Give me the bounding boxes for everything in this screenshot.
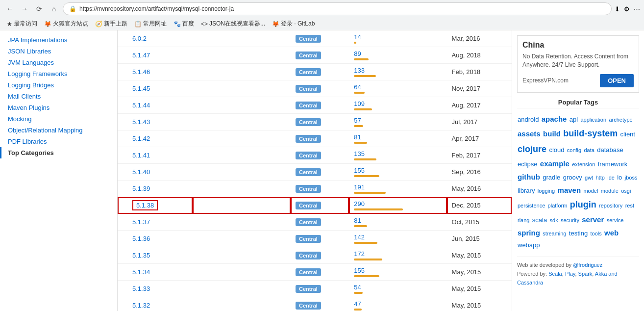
tag-api[interactable]: api bbox=[570, 116, 578, 123]
tag-example[interactable]: example bbox=[540, 159, 570, 168]
tag-osgi[interactable]: osgi bbox=[621, 188, 631, 194]
usages-link[interactable]: 172 bbox=[354, 250, 442, 258]
tag-logging[interactable]: logging bbox=[538, 188, 555, 194]
vpn-open-button[interactable]: OPEN bbox=[600, 74, 634, 87]
tag-http[interactable]: http bbox=[596, 175, 605, 181]
version-link[interactable]: 5.1.35 bbox=[132, 252, 150, 259]
version-link[interactable]: 5.1.38 bbox=[136, 202, 154, 209]
tag-extension[interactable]: extension bbox=[572, 161, 595, 167]
version-link[interactable]: 6.0.2 bbox=[132, 35, 147, 42]
tag-web[interactable]: web bbox=[604, 229, 619, 237]
sidebar-item-mail[interactable]: Mail Clients bbox=[0, 91, 117, 102]
back-button[interactable]: ← bbox=[4, 3, 16, 15]
tag-platform[interactable]: platform bbox=[548, 203, 568, 208]
version-link[interactable]: 5.1.32 bbox=[132, 302, 150, 309]
version-link[interactable]: 5.1.45 bbox=[132, 85, 150, 92]
version-link[interactable]: 5.1.42 bbox=[132, 135, 150, 142]
sidebar-item-maven[interactable]: Maven Plugins bbox=[0, 102, 117, 113]
tag-io[interactable]: io bbox=[617, 174, 622, 181]
tag-framework[interactable]: framework bbox=[598, 160, 628, 168]
tag-archetype[interactable]: archetype bbox=[609, 117, 632, 123]
tag-server[interactable]: server bbox=[582, 215, 604, 224]
tag-groovy[interactable]: groovy bbox=[563, 174, 582, 181]
address-bar[interactable]: 🔒 https://mvnrepository.com/artifact/mys… bbox=[63, 2, 612, 15]
sidebar-item-jpa[interactable]: JPA Implementations bbox=[0, 34, 117, 46]
usages-link[interactable]: 142 bbox=[354, 233, 442, 241]
tag-application[interactable]: application bbox=[580, 117, 606, 123]
usages-link[interactable]: 191 bbox=[354, 183, 442, 191]
version-link[interactable]: 5.1.44 bbox=[132, 102, 150, 109]
usages-link[interactable]: 109 bbox=[354, 100, 442, 107]
usages-link[interactable]: 135 bbox=[354, 150, 442, 157]
tag-github[interactable]: github bbox=[518, 173, 540, 181]
tag-module[interactable]: module bbox=[601, 188, 619, 194]
usages-link[interactable]: 64 bbox=[354, 83, 442, 91]
usages-link[interactable]: 54 bbox=[354, 284, 442, 291]
cassandra-link[interactable]: Cassandra bbox=[517, 280, 543, 285]
tag-build[interactable]: build bbox=[543, 130, 561, 138]
tag-assets[interactable]: assets bbox=[518, 130, 541, 138]
tag-gradle[interactable]: gradle bbox=[543, 174, 560, 181]
tag-apache[interactable]: apache bbox=[542, 115, 567, 123]
tag-eclipse[interactable]: eclipse bbox=[518, 160, 537, 168]
version-link[interactable]: 5.1.37 bbox=[132, 218, 150, 226]
version-link[interactable]: 5.1.43 bbox=[132, 118, 150, 126]
version-link[interactable]: 5.1.41 bbox=[132, 152, 150, 159]
home-button[interactable]: ⌂ bbox=[48, 3, 60, 15]
sidebar-item-jvm[interactable]: JVM Languages bbox=[0, 57, 117, 68]
tag-config[interactable]: config bbox=[567, 147, 581, 153]
footer-dev-link[interactable]: @frodriguez bbox=[573, 262, 602, 268]
usages-link[interactable]: 155 bbox=[354, 267, 442, 274]
reload-button[interactable]: ⟳ bbox=[33, 3, 45, 15]
tag-repository[interactable]: repository bbox=[599, 203, 622, 208]
bookmark-common[interactable]: 📋 常用网址 bbox=[131, 19, 170, 29]
tag-persistence[interactable]: persistence bbox=[518, 203, 545, 208]
scala-link[interactable]: Scala bbox=[548, 271, 562, 277]
usages-link[interactable]: 81 bbox=[354, 133, 442, 141]
tag-model[interactable]: model bbox=[583, 188, 598, 194]
tag-security[interactable]: security bbox=[561, 217, 579, 223]
tag-rest[interactable]: rest bbox=[625, 203, 634, 208]
akka-link[interactable]: Akka and bbox=[595, 271, 618, 277]
tag-sdk[interactable]: sdk bbox=[550, 217, 558, 223]
tag-tools[interactable]: tools bbox=[590, 231, 601, 236]
sidebar-item-orm[interactable]: Object/Relational Mapping bbox=[0, 125, 117, 136]
tag-rlang[interactable]: rlang bbox=[518, 217, 529, 223]
tag-android[interactable]: android bbox=[518, 116, 539, 123]
version-link[interactable]: 5.1.47 bbox=[132, 52, 150, 59]
usages-link[interactable]: 89 bbox=[354, 50, 442, 57]
bookmark-json[interactable]: <> JSON在线视查看器... bbox=[198, 19, 268, 29]
version-link[interactable]: 5.1.46 bbox=[132, 68, 150, 76]
tag-database[interactable]: database bbox=[597, 146, 623, 154]
usages-link[interactable]: 14 bbox=[354, 33, 442, 41]
sidebar-item-pdf[interactable]: PDF Libraries bbox=[0, 136, 117, 147]
tag-testing[interactable]: testing bbox=[569, 230, 588, 237]
tag-jboss[interactable]: jboss bbox=[625, 175, 638, 181]
tag-webapp[interactable]: webapp bbox=[518, 241, 540, 249]
usages-link[interactable]: 47 bbox=[354, 300, 442, 308]
bookmark-baidu[interactable]: 🐾 百度 bbox=[171, 19, 197, 29]
version-link[interactable]: 5.1.40 bbox=[132, 168, 150, 176]
tag-ide[interactable]: ide bbox=[607, 175, 615, 181]
tag-build-system[interactable]: build-system bbox=[563, 129, 618, 138]
sidebar-item-top-categories[interactable]: Top Categories bbox=[0, 147, 117, 158]
sidebar-item-logging-frameworks[interactable]: Logging Frameworks bbox=[0, 68, 117, 79]
spark-link[interactable]: Spark bbox=[578, 271, 593, 277]
usages-link[interactable]: 133 bbox=[354, 67, 442, 74]
usages-link[interactable]: 81 bbox=[354, 217, 442, 224]
tag-data[interactable]: data bbox=[584, 147, 594, 153]
bookmark-firefox[interactable]: 🦊 火狐官方站点 bbox=[41, 19, 91, 29]
tag-scala[interactable]: scala bbox=[532, 216, 547, 224]
tag-plugin[interactable]: plugin bbox=[570, 200, 596, 209]
usages-link[interactable]: 155 bbox=[354, 167, 442, 174]
version-link[interactable]: 5.1.36 bbox=[132, 235, 150, 242]
usages-link[interactable]: 290 bbox=[354, 200, 442, 207]
tag-gwt[interactable]: gwt bbox=[585, 175, 593, 181]
tag-library[interactable]: library bbox=[518, 187, 535, 194]
tag-maven[interactable]: maven bbox=[558, 186, 581, 194]
bookmark-gitlab[interactable]: 🦊 登录 · GitLab bbox=[269, 19, 318, 29]
tag-service[interactable]: service bbox=[607, 217, 624, 223]
tag-cloud[interactable]: cloud bbox=[549, 146, 564, 154]
bookmark-frequent[interactable]: ★ 最常访问 bbox=[4, 19, 40, 29]
version-link[interactable]: 5.1.34 bbox=[132, 268, 150, 276]
